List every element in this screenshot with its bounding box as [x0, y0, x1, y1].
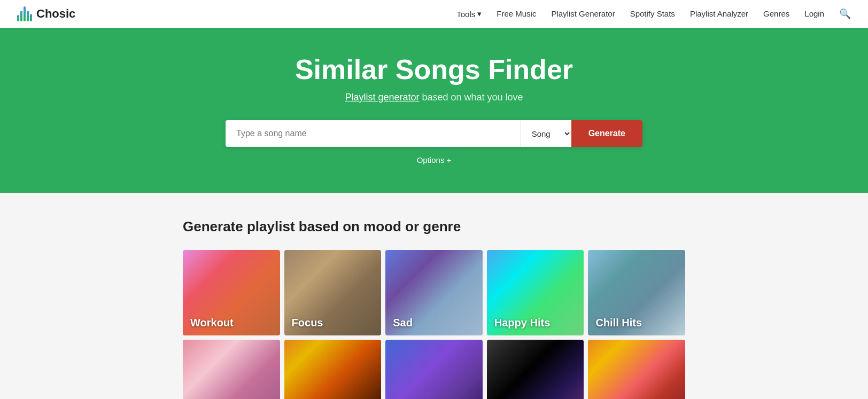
mood-card-sad[interactable]: Sad	[385, 250, 483, 335]
mood-overlay-rock	[487, 340, 584, 399]
hero-title: Similar Songs Finder	[11, 53, 857, 85]
search-type-select[interactable]: Song Artist Genre	[521, 120, 571, 147]
mood-label-focus: Focus	[284, 310, 382, 335]
hero-subtitle-text: based on what you love	[422, 92, 523, 103]
tools-link[interactable]: Tools ▾	[456, 9, 482, 19]
mood-overlay-chillbeats	[183, 340, 280, 399]
navbar: Chosic Tools ▾ Free Music Playlist Gener…	[0, 0, 868, 28]
nav-item-playlist-generator[interactable]: Playlist Generator	[551, 9, 615, 19]
mood-card-rock[interactable]: Rock	[487, 340, 584, 399]
hero-subtitle: Playlist generator based on what you lov…	[11, 92, 857, 103]
nav-item-spotify-stats[interactable]: Spotify Stats	[630, 9, 675, 19]
nav-item-tools[interactable]: Tools ▾	[456, 9, 482, 19]
mood-label-workout: Workout	[183, 310, 280, 335]
mood-grid: Workout Focus Sad Happy Hits Chill Hits …	[183, 250, 685, 399]
mood-label-happy: Happy Hits	[487, 310, 584, 335]
nav-item-genres[interactable]: Genres	[763, 9, 789, 19]
mood-card-romance[interactable]: Romance	[284, 340, 382, 399]
nav-item-playlist-analyzer[interactable]: Playlist Analyzer	[690, 9, 748, 19]
mood-overlay-hiphop	[385, 340, 483, 399]
mood-label-chillhits: Chill Hits	[588, 310, 685, 335]
chevron-down-icon: ▾	[477, 9, 482, 19]
song-search-input[interactable]	[226, 120, 521, 147]
options-toggle[interactable]: Options +	[11, 155, 857, 165]
mood-card-workout[interactable]: Workout	[183, 250, 280, 335]
playlist-generator-link[interactable]: Playlist generator	[345, 92, 419, 103]
search-bar: Song Artist Genre Generate	[226, 120, 642, 147]
section-title: Generate playlist based on mood or genre	[183, 218, 685, 235]
mood-card-chillbeats[interactable]: Chill Beats	[183, 340, 280, 399]
logo-text: Chosic	[36, 7, 75, 21]
mood-label-sad: Sad	[385, 310, 483, 335]
hero-section: Similar Songs Finder Playlist generator …	[0, 28, 868, 193]
logo-icon	[17, 6, 32, 21]
generate-button[interactable]: Generate	[571, 120, 642, 147]
mood-card-happy[interactable]: Happy Hits	[487, 250, 584, 335]
search-icon[interactable]: 🔍	[839, 9, 851, 19]
nav-item-free-music[interactable]: Free Music	[497, 9, 536, 19]
nav-item-login[interactable]: Login	[804, 9, 824, 19]
mood-card-party[interactable]: Party	[588, 340, 685, 399]
mood-overlay-party	[588, 340, 685, 399]
nav-links: Tools ▾ Free Music Playlist Generator Sp…	[456, 8, 851, 20]
mood-card-hiphop[interactable]: Hip Hop	[385, 340, 483, 399]
mood-card-focus[interactable]: Focus	[284, 250, 382, 335]
nav-item-search[interactable]: 🔍	[839, 8, 851, 20]
mood-card-chillhits[interactable]: Chill Hits	[588, 250, 685, 335]
mood-overlay-romance	[284, 340, 382, 399]
main-content: Generate playlist based on mood or genre…	[172, 193, 696, 399]
logo-link[interactable]: Chosic	[17, 6, 75, 21]
